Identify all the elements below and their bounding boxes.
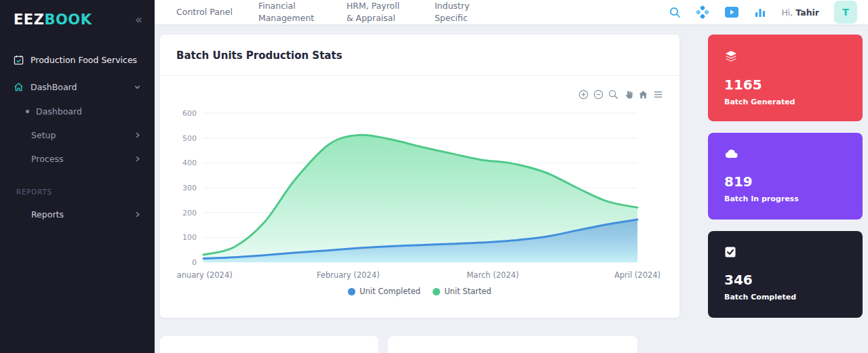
sidebar-setup-label: Setup <box>31 130 127 140</box>
app-logo[interactable]: EEZBOOK <box>14 12 92 28</box>
nav-industry-specific[interactable]: Industry Specific <box>435 0 497 24</box>
sidebar-item-company[interactable]: Production Food Services <box>0 39 155 75</box>
bottom-card-left <box>160 336 378 353</box>
zoom-out-icon[interactable] <box>593 89 604 102</box>
sidebar-process-label: Process <box>31 154 127 164</box>
stat-value: 346 <box>724 272 846 288</box>
svg-text:February (2024): February (2024) <box>317 270 380 280</box>
logo-row: EEZBOOK « <box>0 0 155 39</box>
chevron-right-icon <box>134 131 141 139</box>
chart-legend: Unit Completed Unit Started <box>176 287 663 296</box>
stat-value: 819 <box>724 173 846 190</box>
svg-text:April (2024): April (2024) <box>614 270 660 280</box>
svg-text:200: 200 <box>182 209 197 217</box>
search-icon[interactable] <box>669 6 681 18</box>
svg-text:January (2024): January (2024) <box>176 270 233 280</box>
home-icon <box>14 82 24 92</box>
zoom-in-icon[interactable] <box>578 89 589 102</box>
legend-label: Unit Completed <box>359 287 420 296</box>
selection-zoom-icon[interactable] <box>608 89 618 102</box>
pan-hand-icon[interactable] <box>623 89 633 102</box>
checkbox-icon <box>724 246 736 258</box>
chevron-right-icon <box>134 155 141 163</box>
username: Tahir <box>795 7 819 18</box>
stat-label: Batch Generated <box>724 98 846 106</box>
svg-text:500: 500 <box>182 134 197 143</box>
sidebar-item-dashboard[interactable]: DashBoard <box>0 75 155 100</box>
stats-column: 1165 Batch Generated 819 Batch In progre… <box>708 35 863 318</box>
chart-card-header: Batch Units Production Stats <box>160 35 679 76</box>
video-play-icon[interactable] <box>724 6 739 18</box>
sidebar-subitem-dashboard[interactable]: Dashboard <box>0 100 155 123</box>
bottom-card-right <box>388 336 637 353</box>
nav-financial-management[interactable]: Financial Management <box>258 0 321 24</box>
top-nav: Control Panel Financial Management HRM, … <box>176 0 497 24</box>
header-actions: Hi, Tahir T <box>669 1 857 24</box>
stat-label: Batch In progress <box>724 194 846 203</box>
chart-body: 0100200300400500600January (2024)Februar… <box>160 76 679 296</box>
menu-icon[interactable] <box>653 89 663 102</box>
calendar-check-icon <box>14 55 24 65</box>
logo-text-accent: BOOK <box>44 12 92 28</box>
user-greeting: Hi, Tahir <box>781 7 819 18</box>
legend-label: Unit Started <box>444 287 492 296</box>
nav-control-panel[interactable]: Control Panel <box>176 6 233 18</box>
bar-chart-icon[interactable] <box>754 6 766 18</box>
sidebar-item-reports[interactable]: Reports <box>0 203 155 226</box>
bullet-icon <box>26 110 29 113</box>
legend-unit-started[interactable]: Unit Started <box>433 287 492 296</box>
svg-text:March (2024): March (2024) <box>467 270 519 280</box>
stat-card-batch-completed[interactable]: 346 Batch Completed <box>708 231 863 318</box>
chart-title: Batch Units Production Stats <box>176 49 663 62</box>
chart-toolbar <box>176 81 663 105</box>
bottom-cards-row <box>160 336 679 353</box>
sidebar-item-setup[interactable]: Setup <box>0 123 155 147</box>
sidebar: EEZBOOK « Production Food Services DashB… <box>0 0 155 353</box>
svg-text:400: 400 <box>182 159 197 168</box>
content-area: Batch Units Production Stats 01002003004… <box>155 24 868 353</box>
stat-card-batch-in-progress[interactable]: 819 Batch In progress <box>708 133 863 220</box>
legend-dot-blue <box>348 288 355 295</box>
top-header: Control Panel Financial Management HRM, … <box>155 0 868 24</box>
sidebar-company-label: Production Food Services <box>31 55 137 65</box>
legend-unit-completed[interactable]: Unit Completed <box>348 287 420 296</box>
production-stats-card: Batch Units Production Stats 01002003004… <box>160 35 679 318</box>
svg-text:600: 600 <box>182 109 197 118</box>
sidebar-reports-label: Reports <box>31 209 127 220</box>
sidebar-dashboard-label: DashBoard <box>31 82 127 92</box>
svg-text:300: 300 <box>182 184 197 192</box>
app-root: EEZBOOK « Production Food Services DashB… <box>0 0 868 353</box>
home-reset-icon[interactable] <box>638 89 648 102</box>
stat-value: 1165 <box>724 77 846 93</box>
production-chart[interactable]: 0100200300400500600January (2024)Februar… <box>176 105 663 284</box>
apps-grid-icon[interactable] <box>696 5 709 19</box>
sidebar-section-reports: REPORTS <box>0 171 155 203</box>
sidebar-subdashboard-label: Dashboard <box>36 106 141 117</box>
logo-text-primary: EEZ <box>14 12 44 28</box>
layers-icon <box>724 49 738 63</box>
main-column: Control Panel Financial Management HRM, … <box>155 0 868 353</box>
legend-dot-green <box>433 288 440 295</box>
nav-hrm-payroll[interactable]: HRM, Payroll & Appraisal <box>347 0 409 24</box>
stat-card-batch-generated[interactable]: 1165 Batch Generated <box>708 35 863 121</box>
chart-column: Batch Units Production Stats 01002003004… <box>160 35 679 353</box>
chevron-down-icon <box>134 83 141 91</box>
stat-label: Batch Completed <box>724 293 846 302</box>
chevron-right-icon <box>134 211 141 218</box>
cloud-icon <box>724 148 739 160</box>
svg-text:100: 100 <box>182 234 197 243</box>
avatar[interactable]: T <box>834 1 857 24</box>
sidebar-item-process[interactable]: Process <box>0 147 155 171</box>
svg-text:0: 0 <box>192 258 197 267</box>
sidebar-collapse-icon[interactable]: « <box>135 12 142 26</box>
